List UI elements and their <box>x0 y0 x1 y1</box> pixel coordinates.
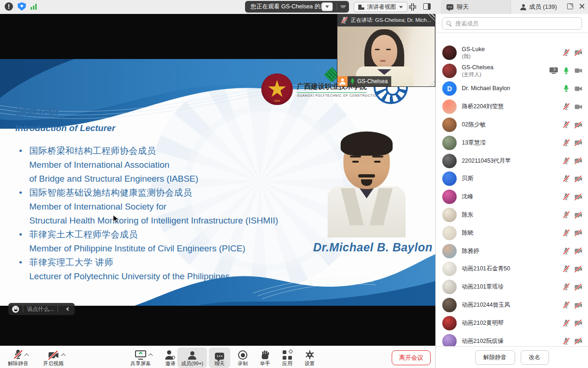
participant-name: 路桥2204刘莹慧 <box>462 103 563 110</box>
leave-meeting-button[interactable]: 离开会议 <box>392 350 431 365</box>
participants-panel: GS-Luke (我) <box>435 14 588 368</box>
participant-row[interactable]: 02陈少敏 <box>436 116 588 134</box>
zoom-meeting-window: 您正在观看 GS-Chelsea 的屏幕 演讲者视图 聊天 成员 (139) <box>0 0 588 368</box>
toolbar-settings[interactable]: 设置 <box>299 348 320 367</box>
camera-status-icon <box>575 230 582 236</box>
members-panel-header[interactable]: 成员 (139) <box>510 0 566 14</box>
search-members-box[interactable] <box>442 17 582 30</box>
participant-row[interactable]: 陈雅婷 <box>436 242 588 260</box>
slide-title-en: Introduction of Lecturer <box>15 123 115 133</box>
avatar <box>442 118 457 132</box>
thumbnail-speaker-name: GS-Chelsea <box>357 78 388 85</box>
participant-row[interactable]: D Dr. Michael Baylon <box>436 80 588 98</box>
pup-seal-year: 1904 <box>261 99 293 102</box>
raise-hand-icon <box>261 350 269 360</box>
avatar <box>442 262 457 276</box>
chat-panel-header[interactable]: 聊天 <box>441 0 510 14</box>
participant-row[interactable]: GS-Luke (我) <box>436 44 588 62</box>
resize-handle[interactable] <box>428 79 435 86</box>
side-panel-toggle-button[interactable] <box>423 3 431 10</box>
encryption-shield-icon[interactable] <box>18 2 26 11</box>
toolbar-chat[interactable]: 聊天 <box>209 348 230 368</box>
mic-status-icon <box>563 230 569 237</box>
participant-name: 贝斯 <box>462 175 563 182</box>
close-panel-icon[interactable] <box>579 3 585 9</box>
camera-status-icon <box>575 49 582 56</box>
banner-dropdown-button[interactable] <box>322 2 333 11</box>
invite-icon <box>165 350 175 360</box>
video-options-chevron[interactable] <box>61 354 65 358</box>
participant-name: 动画2102阮缤缘 <box>462 338 563 345</box>
avatar <box>442 99 457 114</box>
share-screen-icon <box>135 350 146 360</box>
participant-row[interactable]: 动画210244曾玉凤 <box>436 296 588 314</box>
avatar <box>442 316 457 330</box>
mic-options-chevron[interactable] <box>25 354 29 358</box>
video-off-icon <box>48 351 59 360</box>
participant-row[interactable]: 动画2102黄明帮 <box>436 314 588 332</box>
mic-status-icon <box>563 85 569 92</box>
emoji-icon[interactable] <box>12 306 19 313</box>
chat-quick-input[interactable]: 说点什么... <box>27 305 54 313</box>
participant-row[interactable]: GS-Chelsea (主持人) <box>436 62 588 80</box>
toolbar-share-screen[interactable]: 共享屏幕 <box>126 348 155 367</box>
slide-text-line: of Bridge and Structural Engineers (IABS… <box>15 172 308 186</box>
banner-options-icon[interactable] <box>337 1 349 13</box>
rename-button[interactable]: 改名 <box>521 350 549 365</box>
meeting-info-icon[interactable] <box>5 2 13 11</box>
search-members-input[interactable] <box>454 20 577 27</box>
mic-status-icon <box>563 302 569 309</box>
speaker-video-thumbnail[interactable]: 正在讲话: GS-Chelsea; Dr. Mich... GS-Chelsea <box>337 14 435 86</box>
participant-name: 陈东 <box>462 211 563 218</box>
participant-row[interactable]: 贝斯 <box>436 170 588 188</box>
collapse-chat-bar-button[interactable] <box>64 304 73 314</box>
meeting-toolbar: 解除静音 开启视频 共享屏幕 邀请 成员(99+) <box>0 346 435 368</box>
participant-role: (我) <box>462 53 563 59</box>
participant-row[interactable]: 13覃慧滢 <box>436 134 588 152</box>
exit-fullscreen-button[interactable] <box>408 3 417 11</box>
toolbar-start-video[interactable]: 开启视频 <box>39 348 68 367</box>
floating-chat-bar[interactable]: 说点什么... <box>8 303 75 315</box>
viewing-screen-banner[interactable]: 您正在观看 GS-Chelsea 的屏幕 <box>245 1 349 13</box>
slide-text-line: •菲律宾土木工程师学会成员 <box>15 228 308 242</box>
unmute-button[interactable]: 解除静音 <box>475 350 515 365</box>
participant-name: 2202110453代月苹 <box>462 158 563 164</box>
camera-status-icon <box>575 338 582 344</box>
pup-university-seal: 1904 <box>261 73 293 105</box>
view-mode-button[interactable]: 演讲者视图 <box>354 2 407 12</box>
participant-row[interactable]: 陈晓 <box>436 224 588 242</box>
popout-panel-icon[interactable] <box>567 3 573 9</box>
participant-row[interactable]: 路桥2204刘莹慧 <box>436 98 588 116</box>
participants-list: GS-Luke (我) <box>436 44 588 360</box>
share-options-chevron[interactable] <box>149 354 153 358</box>
camera-status-icon <box>575 320 582 326</box>
participant-name: Dr. Michael Baylon <box>462 85 563 92</box>
toolbar-unmute[interactable]: 解除静音 <box>4 348 32 367</box>
mouse-cursor <box>113 215 119 224</box>
participant-row[interactable]: 陈东 <box>436 206 588 224</box>
apps-icon <box>283 350 292 360</box>
meeting-topbar: 您正在观看 GS-Chelsea 的屏幕 演讲者视图 聊天 成员 (139) <box>0 0 588 14</box>
mic-status-icon <box>563 67 569 74</box>
participant-name: 陈晓 <box>462 230 563 237</box>
speaker-video-feed: GS-Chelsea <box>337 26 435 86</box>
participant-row[interactable]: 动画2101石金青50 <box>436 260 588 278</box>
toolbar-raise-hand[interactable]: 举手 <box>254 348 276 367</box>
camera-status-icon <box>575 212 582 218</box>
camera-status-icon <box>575 176 582 182</box>
members-icon <box>520 4 526 10</box>
mic-status-icon <box>563 193 569 200</box>
participant-name: 动画2101石金青50 <box>462 265 563 272</box>
camera-status-icon <box>575 122 582 128</box>
avatar <box>442 154 457 168</box>
toolbar-members[interactable]: 成员(99+) <box>177 348 207 368</box>
camera-status-icon <box>575 194 582 200</box>
participant-row[interactable]: 沈峰 <box>436 188 588 206</box>
participant-row[interactable]: 动画2101覃瑶珍 <box>436 278 588 296</box>
participant-row[interactable]: 2202110453代月苹 <box>436 152 588 170</box>
avatar <box>442 64 457 78</box>
record-icon <box>238 350 247 360</box>
muted-mic-icon <box>341 17 348 24</box>
toolbar-apps[interactable]: 应用 <box>277 348 298 367</box>
toolbar-record[interactable]: 录制 <box>232 348 253 367</box>
